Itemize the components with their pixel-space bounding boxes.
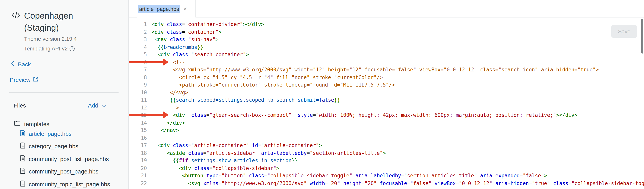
code-text: -->	[152, 104, 179, 111]
file-item-community_post_list_page-hbs[interactable]: community_post_list_page.hbs	[20, 155, 128, 163]
code-line[interactable]: 8 <circle cx="4.5" cy="4.5" r="4" fill="…	[129, 74, 644, 81]
code-text: <div class="search-container">	[152, 51, 249, 58]
code-line[interactable]: 17 <div class="article-container" id="ar…	[129, 142, 644, 149]
folder-label: templates	[24, 121, 49, 127]
back-link[interactable]: Back	[11, 61, 31, 67]
code-line[interactable]: 3 <nav class="sub-nav">	[129, 36, 644, 43]
templating-api-label: Templating API v2 i	[24, 45, 74, 52]
document-icon	[20, 155, 25, 163]
file-name: community_post_page.hbs	[29, 168, 98, 175]
code-text: <path stroke="currentColor" stroke-linec…	[152, 81, 395, 89]
preview-link[interactable]: Preview	[10, 76, 39, 83]
folder-icon	[14, 120, 20, 127]
line-number: 13	[129, 111, 147, 119]
info-icon[interactable]: i	[70, 46, 74, 51]
code-line[interactable]: 7 <svg xmlns="http://www.w3.org/2000/svg…	[129, 66, 644, 74]
code-line[interactable]: 21 <button type="button" class="collapsi…	[129, 172, 644, 180]
theme-version: Theme version 2.19.4	[24, 36, 77, 42]
code-line[interactable]: 13 <div class="glean-search-box--compact…	[129, 111, 644, 119]
code-text: <button type="button" class="collapsible…	[152, 172, 547, 180]
line-number: 7	[129, 66, 147, 74]
sidebar-divider	[9, 92, 118, 93]
code-line[interactable]: 5 <div class="search-container">	[129, 51, 644, 58]
line-number: 22	[129, 180, 147, 187]
code-text: </div>	[152, 119, 185, 127]
code-line[interactable]: 10 </svg>	[129, 89, 644, 96]
chevron-left-icon	[11, 61, 14, 67]
code-line[interactable]: 4 {{breadcrumbs}}	[129, 43, 644, 51]
code-line[interactable]: 18 <aside class="article-sidebar" aria-l…	[129, 149, 644, 157]
code-editor[interactable]: 1<div class="container-divider"></div>2<…	[129, 17, 644, 189]
theme-editor-window: Copenhagen (Staging) Theme version 2.19.…	[0, 0, 644, 189]
file-name: article_page.hbs	[29, 130, 72, 137]
folder-row-templates[interactable]: templates	[14, 120, 49, 127]
sidebar: Copenhagen (Staging) Theme version 2.19.…	[0, 0, 129, 189]
external-link-icon	[33, 76, 39, 83]
back-label: Back	[18, 61, 31, 67]
code-line[interactable]: 11 {{search scoped=settings.scoped_kb_se…	[129, 96, 644, 104]
preview-label: Preview	[10, 76, 30, 83]
line-number: 4	[129, 43, 147, 51]
line-number: 15	[129, 127, 147, 134]
line-number: 17	[129, 142, 147, 149]
document-icon	[20, 168, 25, 175]
add-file-button[interactable]: Add	[88, 102, 106, 109]
line-number: 6	[129, 58, 147, 66]
add-label: Add	[88, 102, 98, 109]
save-button[interactable]: Save	[611, 25, 637, 38]
code-text: <div class="container-divider"></div>	[152, 20, 264, 28]
line-number: 1	[129, 20, 147, 28]
file-item-article_page-hbs[interactable]: article_page.hbs	[20, 130, 128, 137]
close-icon[interactable]: ×	[184, 6, 187, 12]
file-name: community_topic_list_page.hbs	[29, 181, 110, 187]
code-line[interactable]: 14 </div>	[129, 119, 644, 127]
file-list: article_page.hbs category_page.hbs commu…	[20, 130, 128, 189]
code-line[interactable]: 19 {{#if settings.show_articles_in_secti…	[129, 157, 644, 164]
file-item-category_page-hbs[interactable]: category_page.hbs	[20, 142, 128, 150]
code-line[interactable]: 12 -->	[129, 104, 644, 111]
document-icon	[20, 130, 25, 137]
chevron-down-icon	[102, 102, 106, 109]
file-item-community_post_page-hbs[interactable]: community_post_page.hbs	[20, 168, 128, 175]
line-number: 11	[129, 96, 147, 104]
code-line[interactable]: 16	[129, 134, 644, 142]
code-line[interactable]: 9 <path stroke="currentColor" stroke-lin…	[129, 81, 644, 89]
file-name: category_page.hbs	[29, 143, 78, 149]
code-text: <svg xmlns="http://www.w3.org/2000/svg" …	[152, 180, 644, 187]
code-editor-pane: article_page.hbs × Save 1<div class="con…	[129, 0, 644, 189]
code-line[interactable]: 6 <!--	[129, 58, 644, 66]
line-number: 19	[129, 157, 147, 164]
code-line[interactable]: 20 <div class="collapsible-sidebar">	[129, 164, 644, 172]
code-text: <nav class="sub-nav">	[152, 36, 218, 43]
line-number: 9	[129, 81, 147, 89]
tab-article-page[interactable]: article_page.hbs ×	[137, 0, 196, 17]
tab-bar: article_page.hbs ×	[129, 0, 644, 17]
code-text: {{breadcrumbs}}	[152, 43, 203, 51]
line-number: 21	[129, 172, 147, 180]
code-text: <div class="glean-search-box--compact" s…	[152, 111, 578, 119]
code-line[interactable]: 22 <svg xmlns="http://www.w3.org/2000/sv…	[129, 180, 644, 187]
file-item-community_topic_list_page-hbs[interactable]: community_topic_list_page.hbs	[20, 180, 128, 188]
templating-api-text: Templating API v2	[24, 45, 68, 52]
code-text: <div class="collapsible-sidebar">	[152, 164, 280, 172]
document-icon	[20, 180, 25, 188]
line-number: 14	[129, 119, 147, 127]
code-text: {{search scoped=settings.scoped_kb_searc…	[152, 96, 340, 104]
code-line[interactable]: 2<div class="container">	[129, 28, 644, 36]
theme-title: Copenhagen (Staging)	[24, 10, 86, 34]
file-name: community_post_list_page.hbs	[29, 156, 109, 162]
line-number: 2	[129, 28, 147, 36]
line-number: 16	[129, 134, 147, 142]
code-icon	[11, 12, 20, 20]
line-number: 8	[129, 74, 147, 81]
code-text: <div class="container">	[152, 28, 222, 36]
editor-scrollbar-thumb[interactable]	[641, 19, 643, 54]
line-number: 3	[129, 36, 147, 43]
line-number: 10	[129, 89, 147, 96]
tab-label: article_page.hbs	[138, 4, 180, 13]
code-line[interactable]: 1<div class="container-divider"></div>	[129, 20, 644, 28]
code-text: <circle cx="4.5" cy="4.5" r="4" fill="no…	[152, 74, 383, 81]
line-number: 20	[129, 164, 147, 172]
code-line[interactable]: 15 </nav>	[129, 127, 644, 134]
code-text: </nav>	[152, 127, 179, 134]
